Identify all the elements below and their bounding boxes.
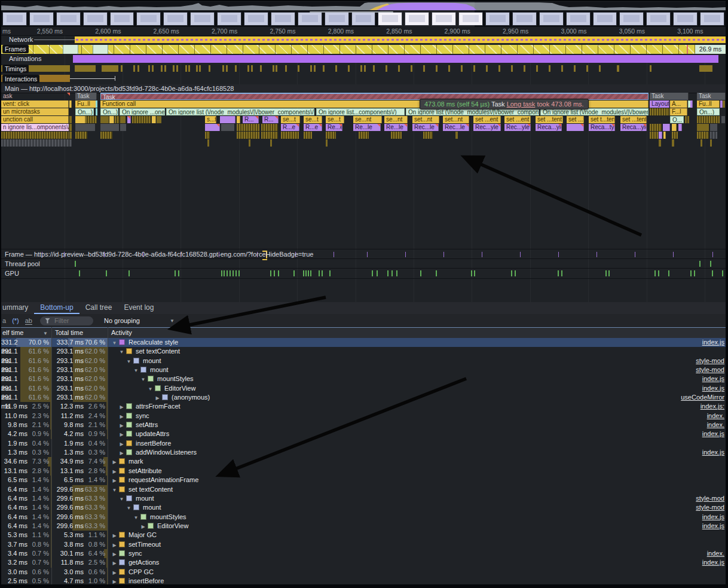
activity-name[interactable]: sync	[129, 550, 142, 557]
table-row[interactable]: 291.1 ms61.6 %293.1 ms62.0 %▼mountstyle-…	[1, 365, 726, 374]
flame-segment[interactable]	[650, 124, 662, 131]
filmstrip-frame[interactable]	[673, 12, 698, 26]
table-row[interactable]: 13.1 ms2.8 %13.1 ms2.8 %▶setAttribute	[1, 467, 726, 476]
source-link[interactable]: index.js	[702, 338, 724, 347]
flame-segment[interactable]: se...nt	[353, 116, 382, 123]
flame-segment[interactable]	[672, 124, 677, 131]
flame-segment[interactable]: se...nt	[384, 116, 408, 123]
flame-segment[interactable]	[697, 132, 709, 139]
column-total-time[interactable]: Total time	[55, 329, 83, 336]
table-row[interactable]: 11.9 ms2.5 %12.3 ms2.6 %▶attrsFromFaceti…	[1, 402, 726, 411]
regex-icon[interactable]: (*)	[12, 317, 19, 324]
table-row[interactable]: 34.6 ms7.3 %34.9 ms7.4 %▶mark	[1, 457, 726, 466]
expand-icon[interactable]: ▶	[111, 550, 118, 559]
frames-bar[interactable]	[1, 45, 726, 54]
flame-segment[interactable]: n ignore lis...omponents\/)	[1, 124, 69, 131]
filmstrip-frame[interactable]	[566, 12, 591, 26]
activity-name[interactable]: Major GC	[129, 531, 157, 538]
flame-segment[interactable]: On...)	[697, 108, 720, 115]
flame-segment[interactable]	[659, 132, 662, 139]
table-row[interactable]: 9.8 ms2.1 %9.8 ms2.1 %▶setAttrsindex.	[1, 421, 726, 429]
table-row[interactable]: 3.0 ms0.6 %3.0 ms0.6 %▶CPP GC	[1, 568, 726, 577]
table-row[interactable]: 6.4 ms1.4 %299.6 ms63.3 %▼set textConten…	[1, 485, 726, 494]
flame-segment[interactable]: On...)	[100, 108, 118, 115]
flame-segment[interactable]: Reca...yle	[536, 124, 562, 131]
flame-segment[interactable]	[120, 124, 126, 131]
flame-segment[interactable]: R...e	[281, 124, 299, 131]
source-link[interactable]: index.	[707, 412, 724, 421]
flame-segment[interactable]: Re...le	[353, 124, 381, 131]
table-row[interactable]: 2.5 ms0.5 %4.7 ms1.0 %▶insertBefore	[1, 577, 726, 584]
activity-name[interactable]: (anonymous)	[172, 394, 210, 401]
flame-segment[interactable]	[687, 116, 689, 123]
flame-segment[interactable]: set...nt	[412, 116, 439, 123]
activity-name[interactable]: attrsFromFacet	[136, 403, 181, 410]
flame-segment[interactable]	[157, 116, 161, 123]
source-link[interactable]: index.js	[702, 448, 724, 457]
filmstrip-frame[interactable]	[619, 12, 644, 26]
flame-segment[interactable]	[115, 116, 120, 123]
flame-segment[interactable]	[690, 100, 693, 108]
flame-segment[interactable]: Layout	[650, 100, 669, 108]
main-thread-header[interactable]: Main — http://localhost:3000/projects/bd…	[1, 84, 726, 93]
flame-segment[interactable]	[100, 132, 112, 139]
table-row[interactable]: 11.0 ms2.3 %11.2 ms2.4 %▶syncindex.	[1, 412, 726, 421]
flame-segment[interactable]	[127, 116, 131, 123]
flame-segment[interactable]	[237, 132, 259, 139]
activity-name[interactable]: insertBefore	[136, 440, 171, 447]
flame-segment[interactable]	[678, 124, 682, 131]
activity-name[interactable]: getActions	[129, 559, 159, 566]
activity-name[interactable]: EditorView	[157, 522, 188, 529]
flame-segment[interactable]	[220, 116, 235, 123]
flame-segment[interactable]	[663, 132, 666, 139]
activity-name[interactable]: mark	[129, 458, 143, 465]
flame-segment[interactable]	[96, 100, 97, 108]
flame-segment[interactable]: R...	[243, 116, 259, 123]
source-link[interactable]: index.	[707, 421, 724, 429]
flame-segment[interactable]: Re...le	[384, 124, 408, 131]
table-row[interactable]: 4.2 ms0.9 %4.2 ms0.9 %▶updateAttrsindex.…	[1, 429, 726, 438]
source-link[interactable]: index.js	[702, 513, 724, 522]
activity-name[interactable]: updateAttrs	[136, 430, 169, 437]
flame-segment[interactable]	[75, 124, 95, 131]
filmstrip[interactable]	[1, 11, 726, 27]
activity-name[interactable]: addWindowListeners	[136, 449, 197, 456]
flame-segment[interactable]	[69, 124, 72, 131]
activity-name[interactable]: mount	[136, 495, 154, 502]
flame-segment[interactable]	[96, 108, 97, 115]
flame-segment[interactable]: Fu..ll	[75, 100, 97, 108]
overview-scroll-indicator[interactable]	[310, 11, 393, 13]
flame-segment[interactable]: set ...ent	[473, 116, 501, 123]
collapse-icon[interactable]: ▼	[118, 348, 125, 357]
filmstrip-frame[interactable]	[163, 12, 188, 26]
expand-icon[interactable]: ▶	[111, 531, 118, 540]
flame-segment[interactable]: se...t	[281, 116, 300, 123]
table-row[interactable]: 3.4 ms0.7 %30.1 ms6.4 %▶syncindex.	[1, 549, 726, 558]
filmstrip-frame[interactable]	[593, 12, 617, 26]
expand-icon[interactable]: ▶	[118, 449, 125, 458]
flame-segment[interactable]: set t...tent	[589, 116, 615, 123]
grouping-select[interactable]: No grouping ▼	[104, 317, 175, 324]
table-row[interactable]: 6.4 ms1.4 %299.6 ms63.3 %▼mountstyle-mod	[1, 503, 726, 512]
filmstrip-frame[interactable]	[29, 12, 54, 26]
source-link[interactable]: style-mod	[696, 365, 724, 374]
expand-icon[interactable]: ▶	[118, 403, 125, 412]
table-row[interactable]: 291.1 ms61.6 %293.1 ms62.0 %▼EditorViewi…	[1, 384, 726, 393]
cpu-overview-strip[interactable]	[1, 2, 726, 10]
flame-segment[interactable]	[69, 132, 72, 139]
flame-segment[interactable]	[326, 132, 336, 139]
flame-segment[interactable]	[1, 139, 72, 147]
collapse-icon[interactable]: ▼	[111, 339, 118, 348]
sort-arrow-icon[interactable]: ▼	[43, 331, 48, 336]
source-link[interactable]: index.js	[702, 558, 724, 567]
flame-chart[interactable]: askTaskTaskTaskTaskvent: clickFu..llFunc…	[1, 93, 726, 152]
flame-segment[interactable]	[75, 116, 85, 123]
flame-segment[interactable]	[75, 132, 87, 139]
filmstrip-frame[interactable]	[217, 12, 241, 26]
flame-segment[interactable]	[697, 116, 720, 123]
flame-segment[interactable]	[221, 124, 234, 131]
activity-name[interactable]: EditorView	[164, 385, 195, 392]
flame-segment[interactable]: un microtasks	[1, 108, 69, 115]
flame-segment[interactable]	[152, 116, 156, 123]
filmstrip-frame[interactable]	[700, 12, 724, 26]
